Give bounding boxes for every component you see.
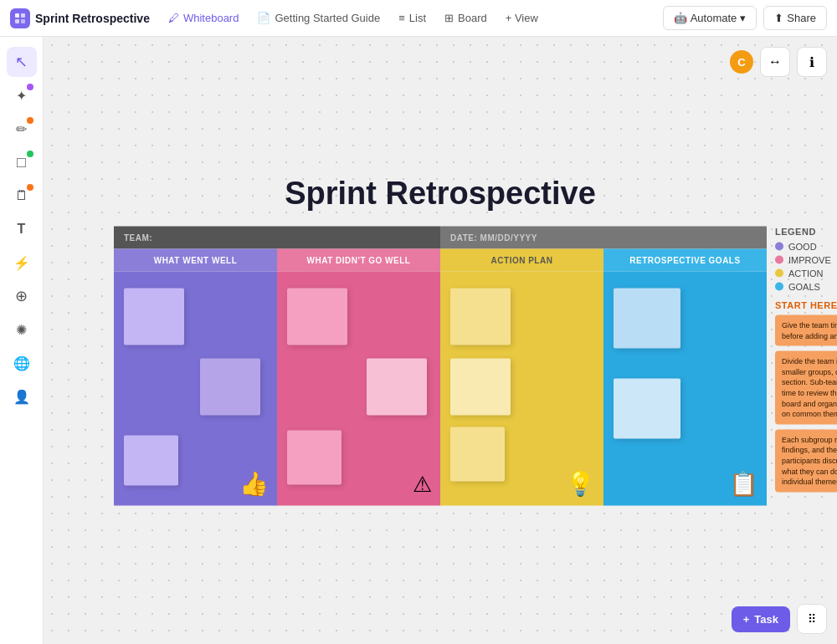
pen-icon: ✏ [16, 121, 27, 137]
svg-rect-2 [15, 19, 19, 23]
columns-body: 👍 ⚠ [114, 272, 767, 506]
list-icon: ≡ [398, 12, 405, 24]
col-didnt-go[interactable]: ⚠ [277, 272, 440, 506]
col-header-didnt-go: WHAT DIDN'T GO WELL [277, 249, 440, 272]
sticky-note[interactable] [450, 359, 511, 416]
canvas-area[interactable]: C ↔ ℹ Sprint Retrospective TEAM: DATE: M… [44, 37, 837, 644]
col-went-well[interactable]: 👍 [114, 272, 277, 506]
instruction-card-3[interactable]: Each subgroup reports on their findings,… [775, 429, 837, 492]
legend-item-goals: GOALS [775, 282, 837, 292]
main-layout: ↖ ✦ ✏ □ 🗒 T ⚡ ⊕ ✺ 🌐 [0, 37, 837, 644]
sticky-note[interactable] [367, 359, 427, 416]
col-retro-goals[interactable]: 📋 [603, 272, 767, 506]
magic-icon: ✦ [16, 88, 27, 104]
user-avatar: C [730, 50, 753, 74]
note-icon: 🗒 [15, 188, 28, 203]
connections-icon: ⊕ [15, 287, 28, 305]
didnt-go-notes-row2 [287, 359, 430, 416]
legend-item-good: GOOD [775, 242, 837, 252]
col-action[interactable]: 💡 [440, 272, 603, 506]
orange-dot2 [27, 184, 33, 191]
tab-add-view[interactable]: + View [497, 7, 547, 29]
sticky-note[interactable] [287, 431, 341, 485]
legend-item-improve: IMPROVE [775, 255, 837, 265]
legend-item-action: ACTION [775, 268, 837, 279]
sticky-note[interactable] [124, 436, 178, 486]
whiteboard-icon: 🖊 [168, 12, 179, 24]
integration-tool[interactable]: ✺ [7, 314, 37, 345]
didnt-go-notes-row3 [287, 431, 430, 485]
share-button[interactable]: ⬆ Share [763, 6, 827, 30]
instruction-card-2[interactable]: Divide the team into four smaller groups… [775, 351, 837, 425]
canvas-toolbar: C ↔ ℹ [730, 47, 827, 77]
top-navigation: Sprint Retrospective 🖊 Whiteboard 📄 Gett… [0, 0, 837, 37]
didnt-go-notes-row1 [287, 289, 430, 345]
profile-icon: 👤 [13, 389, 30, 405]
board-header-row: TEAM: DATE: MM/DD/YYYY [114, 227, 767, 249]
whiteboard-content: Sprint Retrospective TEAM: DATE: MM/DD/Y… [114, 176, 767, 506]
cursor-tool[interactable]: ↖ [7, 47, 37, 77]
text-icon: T [18, 222, 26, 237]
text-tool[interactable]: T [7, 214, 37, 244]
grid-button[interactable]: ⠿ [797, 604, 827, 634]
went-well-icon: 👍 [239, 470, 269, 498]
sticky-note[interactable] [450, 289, 511, 345]
fit-button[interactable]: ↔ [760, 47, 790, 77]
integration-icon: ✺ [16, 322, 27, 338]
svg-rect-3 [21, 19, 25, 23]
action-dot [775, 269, 783, 278]
left-sidebar: ↖ ✦ ✏ □ 🗒 T ⚡ ⊕ ✺ 🌐 [0, 37, 44, 644]
info-icon: ℹ [809, 54, 814, 70]
globe-icon: 🌐 [13, 355, 30, 371]
doc-icon: 📄 [257, 12, 270, 24]
sticky-note[interactable] [614, 379, 680, 439]
board-icon: ⊞ [444, 12, 454, 24]
tab-getting-started[interactable]: 📄 Getting Started Guide [249, 7, 388, 29]
svg-rect-1 [21, 13, 25, 18]
shape-icon: □ [17, 154, 26, 171]
spark-icon: ⚡ [13, 255, 30, 271]
bottom-right-actions: + Task ⠿ [732, 604, 827, 634]
sticky-note[interactable] [614, 289, 680, 349]
orange-dot [27, 117, 33, 124]
sticky-note[interactable] [287, 289, 347, 345]
magic-tool[interactable]: ✦ [7, 80, 37, 110]
board-title: Sprint Retrospective [114, 176, 767, 212]
connections-tool[interactable]: ⊕ [7, 281, 37, 311]
spark-tool[interactable]: ⚡ [7, 248, 37, 278]
profile-tool[interactable]: 👤 [7, 381, 37, 411]
sticky-note[interactable] [200, 359, 260, 416]
col-header-action: ACTION PLAN [440, 249, 603, 272]
globe-tool[interactable]: 🌐 [7, 348, 37, 378]
automate-button[interactable]: 🤖 Automate ▾ [663, 6, 757, 30]
sticky-note[interactable] [124, 289, 184, 345]
tab-board[interactable]: ⊞ Board [436, 7, 496, 29]
share-icon: ⬆ [774, 12, 783, 24]
tab-whiteboard[interactable]: 🖊 Whiteboard [160, 7, 247, 29]
retro-goals-icon: 📋 [729, 470, 758, 498]
automate-icon: 🤖 [674, 12, 687, 24]
task-plus-icon: + [743, 613, 750, 626]
columns-row: WHAT WENT WELL WHAT DIDN'T GO WELL ACTIO… [114, 249, 767, 272]
note-tool[interactable]: 🗒 [7, 181, 37, 211]
action-notes-row1 [450, 289, 593, 345]
app-title: Sprint Retrospective [35, 12, 150, 25]
app-logo: Sprint Retrospective [10, 8, 150, 28]
task-button[interactable]: + Task [732, 606, 790, 632]
goals-dot [775, 283, 783, 291]
col-header-retro-goals: RETROSPECTIVE GOALS [603, 249, 767, 272]
board-container: TEAM: DATE: MM/DD/YYYY WHAT WENT WELL WH… [114, 227, 767, 506]
didnt-go-icon: ⚠ [413, 472, 432, 498]
retro-notes-row2 [614, 379, 757, 439]
pen-tool[interactable]: ✏ [7, 114, 37, 144]
app-logo-icon [10, 8, 30, 28]
fit-icon: ↔ [768, 54, 782, 69]
instruction-card-1[interactable]: Give the team time to reflect before add… [775, 315, 837, 346]
sticky-note[interactable] [450, 427, 505, 482]
green-dot [27, 151, 33, 157]
nav-tabs: 🖊 Whiteboard 📄 Getting Started Guide ≡ L… [160, 7, 547, 29]
shape-tool[interactable]: □ [7, 147, 37, 177]
tab-list[interactable]: ≡ List [390, 7, 434, 29]
improve-dot [775, 256, 783, 264]
info-button[interactable]: ℹ [797, 47, 827, 77]
